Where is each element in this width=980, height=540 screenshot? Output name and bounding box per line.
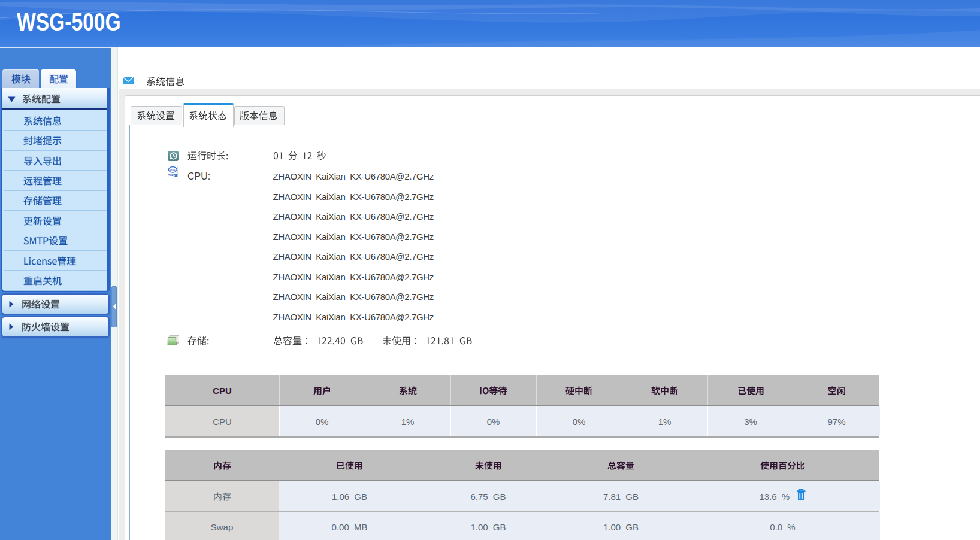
svg-text:intel: intel <box>170 168 176 172</box>
